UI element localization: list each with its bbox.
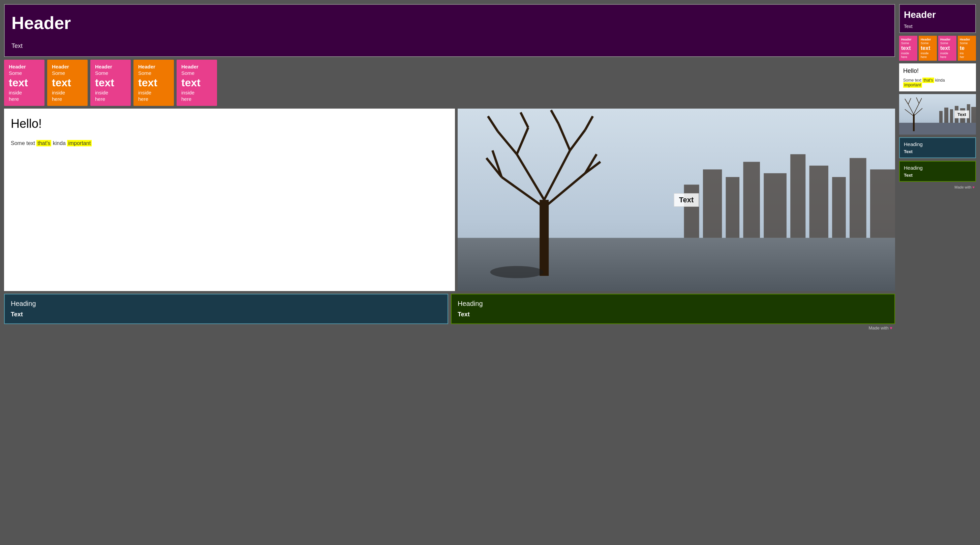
side-footer-heart: ♥	[972, 185, 975, 189]
hello-highlight1: that's	[37, 140, 51, 147]
card-5-text: text	[181, 76, 212, 89]
card-3-header: Header	[95, 64, 126, 70]
side-card-2: Header Some text inside here	[919, 36, 937, 61]
side-card-3-header: Header	[940, 38, 955, 41]
card-2-inside: inside	[52, 90, 83, 96]
card-2-text: text	[52, 76, 83, 89]
svg-rect-7	[790, 154, 805, 238]
side-hello-highlight2: important	[903, 82, 922, 88]
svg-rect-34	[950, 109, 953, 123]
side-bottom-2-heading: Heading	[904, 165, 971, 171]
card-1: Header Some text inside here	[4, 60, 45, 106]
hello-box: Hello! Some text that's kinda important	[4, 108, 455, 291]
svg-rect-31	[899, 123, 976, 135]
hello-text-middle: kinda	[53, 140, 66, 146]
card-3: Header Some text inside here	[90, 60, 131, 106]
side-card-1-here: here	[901, 55, 915, 59]
svg-rect-38	[971, 107, 976, 123]
card-5-here: here	[181, 96, 212, 102]
main-image-scenery: Text	[458, 108, 895, 291]
card-4-some: Some	[138, 70, 169, 76]
card-4: Header Some text inside here	[134, 60, 174, 106]
side-hello-text-middle: kinda	[935, 78, 945, 83]
card-5-some: Some	[181, 70, 212, 76]
side-hello-title: Hello!	[903, 67, 972, 75]
side-hello-highlight1: that's	[923, 78, 934, 83]
main-footer-label: Made with	[869, 325, 888, 330]
card-5-inside: inside	[181, 90, 212, 96]
bottom-right-text: Text	[458, 311, 888, 318]
side-hello-paragraph: Some text that's kinda important	[903, 78, 972, 88]
hello-title: Hello!	[11, 117, 448, 131]
card-1-inside: inside	[9, 90, 40, 96]
side-footer-label: Made with	[955, 185, 971, 189]
card-4-inside: inside	[138, 90, 169, 96]
side-bottom-2-text: Text	[904, 173, 971, 178]
side-card-1-inside: inside	[901, 52, 915, 55]
card-3-text: text	[95, 76, 126, 89]
card-5-header: Header	[181, 64, 212, 70]
card-4-header: Header	[138, 64, 169, 70]
side-card-3-inside: inside	[940, 52, 955, 55]
svg-rect-8	[810, 166, 828, 238]
side-bottom-1-heading: Heading	[904, 141, 971, 147]
bottom-left-heading: Heading	[11, 300, 441, 308]
side-card-2-inside: inside	[921, 52, 935, 55]
side-header-title: Header	[904, 10, 971, 20]
svg-rect-32	[939, 111, 943, 123]
side-card-1-some: Some	[901, 41, 915, 45]
card-4-text: text	[138, 76, 169, 89]
side-header: Header Text	[899, 4, 976, 33]
main-image-badge: Text	[674, 193, 699, 207]
side-card-3: Header Some text inside here	[938, 36, 956, 61]
side-bottom-1-text: Text	[904, 149, 971, 154]
card-1-here: here	[9, 96, 40, 102]
side-bottom-box-1: Heading Text	[899, 137, 976, 158]
hello-text-before: Some text	[11, 140, 35, 146]
main-footer-heart: ♥	[890, 325, 892, 330]
side-card-2-text: text	[921, 45, 935, 51]
side-header-subtitle: Text	[904, 24, 971, 29]
svg-point-29	[490, 266, 544, 278]
card-2: Header Some text inside here	[47, 60, 88, 106]
card-3-inside: inside	[95, 90, 126, 96]
main-cards-row: Header Some text inside here Header Some…	[4, 60, 895, 106]
card-3-here: here	[95, 96, 126, 102]
side-card-3-text: text	[940, 45, 955, 51]
side-card-1-text: text	[901, 45, 915, 51]
main-content-row: Hello! Some text that's kinda important	[4, 108, 895, 291]
svg-rect-5	[743, 162, 760, 238]
main-footer: Made with ♥	[4, 324, 895, 332]
side-card-1-header: Header	[901, 38, 915, 41]
side-card-3-some: Some	[940, 41, 955, 45]
card-4-here: here	[138, 96, 169, 102]
side-bottom-box-2: Heading Text	[899, 161, 976, 182]
hello-highlight2: important	[67, 140, 92, 147]
side-hello-box: Hello! Some text that's kinda important	[899, 64, 976, 91]
side-image-box: Text	[899, 94, 976, 135]
svg-rect-9	[832, 177, 846, 238]
card-2-some: Some	[52, 70, 83, 76]
side-footer: Made with ♥	[899, 185, 976, 190]
bottom-right-heading: Heading	[458, 300, 888, 308]
side-card-4-text: te	[960, 45, 974, 51]
svg-rect-39	[913, 114, 915, 131]
side-card-2-some: Some	[921, 41, 935, 45]
main-panel: Header Text Header Some text inside here…	[0, 0, 899, 545]
side-card-2-here: here	[921, 55, 935, 59]
card-3-some: Some	[95, 70, 126, 76]
svg-rect-6	[764, 173, 787, 238]
svg-rect-33	[944, 108, 948, 123]
side-card-4-inside: ins	[960, 52, 974, 55]
card-1-header: Header	[9, 64, 40, 70]
card-2-header: Header	[52, 64, 83, 70]
side-cards-row: Header Some text inside here Header Some…	[899, 36, 976, 61]
side-card-4-some: Some	[960, 41, 974, 45]
card-1-some: Some	[9, 70, 40, 76]
side-card-4-here: her	[960, 55, 974, 59]
main-header-subtitle: Text	[11, 43, 888, 49]
svg-rect-10	[850, 158, 866, 238]
svg-rect-1	[458, 238, 895, 291]
main-bottom-row: Heading Text Heading Text	[4, 294, 895, 324]
hello-paragraph: Some text that's kinda important	[11, 140, 448, 147]
